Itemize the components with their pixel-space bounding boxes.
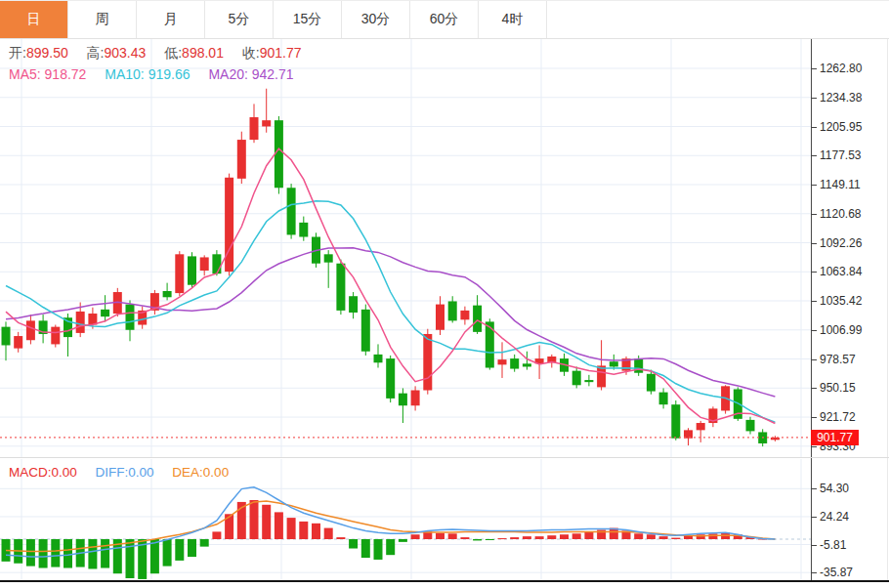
price-tick-label: 1205.95: [820, 120, 862, 134]
candle-body: [14, 336, 22, 349]
candle-body: [262, 120, 271, 126]
macd-bar: [312, 524, 320, 539]
axis-tick: [811, 446, 817, 447]
macd-bar: [287, 518, 296, 539]
candle-body: [634, 358, 643, 373]
candle-body: [163, 291, 172, 297]
price-tick-label: 1092.26: [820, 236, 862, 250]
candle-body: [299, 223, 308, 237]
macd-bar: [126, 539, 135, 578]
candle-body: [250, 117, 259, 140]
macd-bar: [647, 534, 656, 539]
macd-bar: [386, 539, 395, 555]
price-tick-label: 1177.53: [820, 148, 862, 162]
chart-bottom-border: [0, 580, 889, 582]
macd-bar: [88, 539, 97, 568]
candle-body: [386, 358, 395, 399]
macd-bar: [39, 539, 48, 568]
kline-widget: 日周月5分15分30分60分4时 开:899.50 高:903.43 低:898…: [0, 0, 889, 588]
candle-body: [498, 359, 507, 364]
macd-bar: [486, 539, 494, 540]
candle-body: [423, 334, 432, 391]
macd-bar: [361, 539, 370, 558]
candle-body: [2, 327, 11, 346]
macd-bar: [275, 512, 283, 539]
tab-month[interactable]: 月: [137, 1, 205, 38]
macd-bar: [212, 531, 221, 539]
tab-5min[interactable]: 5分: [205, 1, 274, 38]
macd-bar: [510, 537, 519, 539]
price-tick-label: 1035.42: [820, 294, 862, 308]
macd-bar: [535, 536, 544, 539]
macd-bar: [671, 538, 680, 539]
axis-tick: [811, 68, 817, 69]
macd-bar: [448, 533, 457, 539]
candle-body: [610, 361, 618, 366]
macd-bar: [411, 534, 420, 539]
candle-body: [374, 355, 383, 362]
macd-bar: [708, 533, 717, 539]
macd-bar: [175, 539, 184, 561]
price-tick-label: 1262.80: [820, 62, 862, 75]
candle-body: [361, 310, 370, 352]
axis-tick: [811, 98, 817, 99]
candle-body: [523, 363, 531, 366]
macd-tick-label: 54.30: [820, 482, 849, 495]
macd-tick-label: -5.81: [820, 538, 846, 552]
macd-bar: [250, 500, 259, 539]
macd-bar: [634, 533, 643, 539]
macd-bar: [547, 535, 556, 539]
axis-tick: [811, 185, 817, 186]
candle-body: [26, 320, 35, 340]
candle-body: [584, 380, 593, 382]
macd-bar: [584, 531, 593, 539]
tab-15min[interactable]: 15分: [274, 1, 342, 38]
axis-tick: [811, 127, 817, 128]
price-tick-label: 1234.38: [820, 91, 862, 105]
candle-body: [237, 140, 246, 179]
macd-panel-canvas[interactable]: [0, 459, 811, 582]
macd-bar: [163, 539, 172, 567]
macd-bar: [523, 536, 531, 539]
axis-tick: [811, 388, 817, 389]
main-chart-canvas[interactable]: [0, 39, 811, 457]
tab-4hour[interactable]: 4时: [479, 1, 547, 38]
candle-body: [572, 371, 581, 386]
axis-tick: [811, 488, 817, 489]
macd-bar: [572, 533, 581, 539]
macd-bar: [64, 539, 72, 568]
candle-body: [126, 305, 135, 330]
candle-body: [399, 394, 407, 406]
tab-week[interactable]: 周: [68, 1, 137, 38]
candle-body: [212, 254, 221, 273]
macd-bar: [225, 514, 233, 539]
candle-body: [647, 374, 656, 392]
candle-body: [200, 257, 209, 271]
candle-body: [188, 256, 196, 284]
candle-body: [101, 310, 109, 316]
axis-tick: [811, 301, 817, 302]
macd-bar: [262, 505, 271, 539]
candle-body: [510, 358, 519, 368]
macd-bar: [150, 539, 159, 573]
candle-body: [697, 423, 705, 430]
tab-30min[interactable]: 30分: [342, 1, 410, 38]
candle-body: [659, 393, 668, 405]
tab-day[interactable]: 日: [0, 1, 68, 38]
macd-bar: [26, 539, 35, 567]
tab-60min[interactable]: 60分: [410, 1, 479, 38]
price-tick-label: 978.57: [820, 353, 856, 366]
macd-bar: [299, 522, 308, 539]
macd-bar: [560, 534, 569, 539]
candle-body: [287, 188, 296, 234]
macd-bar: [101, 539, 109, 568]
candle-body: [486, 321, 494, 367]
macd-bar: [200, 539, 209, 547]
timeframe-tabbar: 日周月5分15分30分60分4时: [0, 0, 889, 39]
candle-body: [460, 311, 469, 319]
price-tick-label: 1063.84: [820, 265, 862, 278]
candle-body: [473, 306, 482, 332]
axis-tick: [811, 517, 817, 518]
price-tick-label: 1120.68: [820, 207, 862, 221]
macd-bar: [188, 539, 196, 557]
